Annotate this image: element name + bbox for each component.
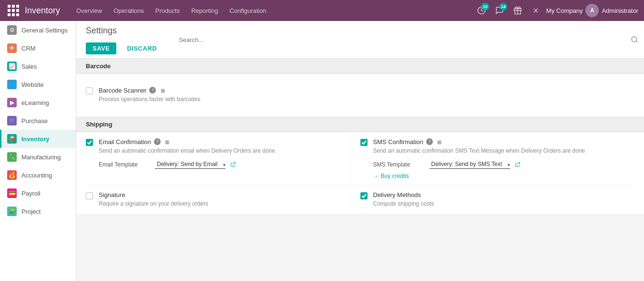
sms-confirmation-desc: Send an automatic confirmation SMS Text … — [373, 146, 625, 155]
sidebar-item-general-settings[interactable]: ⚙ General Settings — [0, 21, 76, 39]
barcode-scanner-label-text: Barcode Scanner — [99, 87, 146, 94]
gift-button[interactable] — [510, 3, 525, 18]
email-confirmation-info: Email Confirmation ? ▦ Send an automatic… — [99, 138, 341, 169]
discard-button[interactable]: DISCARD — [120, 42, 164, 54]
email-template-external-link[interactable] — [229, 161, 237, 168]
close-button[interactable] — [528, 3, 543, 18]
sms-confirmation-help-icon[interactable]: ? — [426, 138, 433, 145]
sidebar-item-accounting[interactable]: 💰 Accounting — [0, 166, 76, 184]
sidebar-icon-accounting: 💰 — [7, 170, 17, 180]
avatar[interactable]: A — [585, 4, 599, 17]
email-confirmation-col: Email Confirmation ? ▦ Send an automatic… — [86, 132, 351, 185]
apps-menu-button[interactable] — [6, 3, 21, 18]
sidebar-item-project[interactable]: 🧩 Project — [0, 202, 76, 220]
apps-grid-icon — [8, 5, 19, 16]
barcode-scanner-help-icon[interactable]: ? — [149, 87, 156, 94]
sms-template-sub: SMS Template Delivery: Send by SMS Text — [373, 160, 625, 169]
email-template-select-container: Delivery: Send by Email — [155, 160, 225, 169]
x-icon — [532, 7, 540, 14]
sidebar-icon-website: 🌐 — [7, 80, 17, 89]
menu-operations[interactable]: Operations — [109, 4, 149, 17]
email-template-select[interactable]: Delivery: Send by Email — [155, 160, 225, 169]
sidebar-icon-inventory: 📦 — [7, 134, 17, 144]
sidebar-icon-sales: 📈 — [7, 62, 17, 71]
svg-point-5 — [632, 37, 637, 42]
signature-checkbox[interactable] — [86, 192, 93, 199]
email-confirmation-checkbox[interactable] — [86, 139, 93, 146]
sidebar-item-crm[interactable]: 👁 CRM — [0, 39, 76, 57]
sidebar-icon-payroll: 💳 — [7, 188, 17, 198]
sms-confirmation-col: SMS Confirmation ? ▦ Send an automatic c… — [360, 132, 635, 185]
sidebar: ⚙ General Settings 👁 CRM 📈 Sales 🌐 Websi… — [0, 21, 76, 281]
settings-content: Barcode Barcode Scanner ? ▦ Process oper… — [76, 59, 644, 281]
sidebar-item-manufacturing[interactable]: 🔧 Manufacturing — [0, 148, 76, 166]
barcode-scanner-checkbox[interactable] — [86, 87, 93, 94]
sidebar-icon-manufacturing: 🔧 — [7, 152, 17, 162]
sidebar-item-payroll[interactable]: 💳 Payroll — [0, 184, 76, 202]
sidebar-item-elearning[interactable]: ▶ eLearning — [0, 94, 76, 112]
check-icon — [361, 193, 367, 198]
shipping-section-header: Shipping — [76, 117, 644, 132]
barcode-scanner-info: Barcode Scanner ? ▦ Process operations f… — [99, 86, 634, 104]
menu-configuration[interactable]: Configuration — [225, 4, 271, 17]
sidebar-label-website: Website — [21, 81, 44, 88]
sidebar-label-elearning: eLearning — [21, 99, 49, 106]
delivery-methods-label-text: Delivery Methods — [373, 191, 421, 198]
company-name[interactable]: My Company — [546, 7, 583, 14]
top-menu: Overview Operations Products Reporting C… — [72, 4, 474, 17]
menu-overview[interactable]: Overview — [72, 4, 107, 17]
sidebar-label-crm: CRM — [21, 45, 36, 52]
email-confirmation-help-icon[interactable]: ? — [154, 138, 161, 145]
delivery-methods-info: Delivery Methods Compute shipping costs — [373, 191, 625, 208]
search-bar — [173, 21, 644, 58]
sidebar-icon-crm: 👁 — [7, 43, 17, 53]
delivery-methods-label: Delivery Methods — [373, 191, 625, 198]
sidebar-item-purchase[interactable]: 🛒 Purchase — [0, 112, 76, 130]
settings-header-left: Settings SAVE DISCARD — [76, 21, 173, 58]
delivery-methods-col: Delivery Methods Compute shipping costs — [360, 186, 635, 214]
barcode-scanner-row: Barcode Scanner ? ▦ Process operations f… — [86, 82, 634, 108]
email-confirmation-desc: Send an automatic confirmation email whe… — [99, 146, 341, 155]
shipping-section: Shipping Email Confirmation — [76, 117, 644, 214]
buy-credits-text: Buy credits — [381, 173, 409, 179]
buy-credits-arrow: → — [373, 173, 379, 179]
main-layout: ⚙ General Settings 👁 CRM 📈 Sales 🌐 Websi… — [0, 21, 644, 281]
menu-products[interactable]: Products — [151, 4, 184, 17]
menu-reporting[interactable]: Reporting — [186, 4, 223, 17]
email-confirmation-grid-icon[interactable]: ▦ — [164, 138, 171, 146]
top-combined-bar: Settings SAVE DISCARD — [76, 21, 644, 59]
buy-credits-link[interactable]: → Buy credits — [373, 173, 409, 179]
sidebar-item-sales[interactable]: 📈 Sales — [0, 57, 76, 75]
sms-confirmation-grid-icon[interactable]: ▦ — [436, 138, 443, 146]
topnav-right-area: 10 14 My Company A Administrator — [474, 3, 638, 18]
messages-badge: 14 — [500, 3, 507, 10]
app-brand: Inventory — [25, 6, 60, 16]
barcode-section-header: Barcode — [76, 59, 644, 74]
sms-confirmation-info: SMS Confirmation ? ▦ Send an automatic c… — [373, 138, 625, 179]
top-navigation: Inventory Overview Operations Products R… — [0, 0, 644, 21]
sms-template-select[interactable]: Delivery: Send by SMS Text — [429, 160, 510, 169]
sidebar-label-manufacturing: Manufacturing — [21, 154, 61, 161]
save-button[interactable]: SAVE — [86, 42, 116, 54]
search-input[interactable] — [179, 36, 631, 43]
sidebar-label-purchase: Purchase — [21, 117, 48, 125]
page-title: Settings — [86, 26, 164, 36]
sms-confirmation-checkbox[interactable] — [360, 139, 368, 146]
sidebar-icon-purchase: 🛒 — [7, 116, 17, 125]
messages-button[interactable]: 14 — [492, 3, 507, 18]
sidebar-icon-elearning: ▶ — [7, 98, 17, 107]
barcode-scanner-desc: Process operations faster with barcodes — [99, 95, 634, 104]
sidebar-label-inventory: Inventory — [21, 135, 50, 143]
sidebar-label-accounting: Accounting — [21, 172, 52, 179]
sidebar-item-website[interactable]: 🌐 Website — [0, 75, 76, 94]
delivery-methods-checkbox[interactable] — [360, 192, 368, 199]
main-area: Settings SAVE DISCARD Barcode — [76, 21, 644, 281]
barcode-scanner-grid-icon[interactable]: ▦ — [159, 86, 166, 94]
barcode-scanner-label: Barcode Scanner ? ▦ — [99, 86, 634, 94]
sidebar-icon-project: 🧩 — [7, 207, 17, 216]
activity-button[interactable]: 10 — [474, 3, 489, 18]
sidebar-label-payroll: Payroll — [21, 190, 41, 197]
sms-template-external-link[interactable] — [514, 161, 521, 168]
sidebar-item-inventory[interactable]: 📦 Inventory — [0, 130, 76, 148]
email-confirmation-label: Email Confirmation ? ▦ — [99, 138, 341, 146]
